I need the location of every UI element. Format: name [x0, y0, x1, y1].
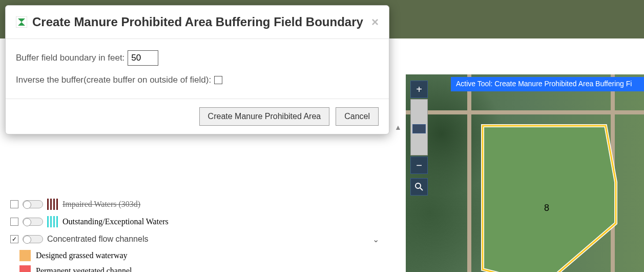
- layer-opacity-toggle[interactable]: [23, 200, 43, 208]
- buffer-dialog: Create Manure Prohibited Area Buffering …: [5, 5, 389, 134]
- svg-point-2: [416, 183, 421, 188]
- sublayer-row: Permanent vegetated channel: [10, 263, 389, 272]
- sublayer-row: Designed grassed waterway: [10, 248, 389, 263]
- layer-label: Outstanding/Exceptional Waters: [63, 217, 169, 226]
- layer-checkbox[interactable]: ✓: [10, 235, 18, 243]
- map-zoom-controls: + −: [410, 81, 428, 197]
- field-boundary-polygon[interactable]: [477, 121, 621, 272]
- dialog-title: Create Manure Prohibited Area Buffering …: [32, 15, 363, 29]
- layers-panel: Impaired Waters (303d) Outstanding/Excep…: [10, 198, 389, 272]
- inverse-buffer-checkbox[interactable]: [214, 76, 222, 84]
- layer-swatch: [47, 216, 58, 227]
- search-icon: [414, 182, 424, 191]
- dialog-footer: Create Manure Prohibited Area Cancel: [6, 99, 389, 134]
- active-tool-text: Active Tool: Create Manure Prohibited Ar…: [456, 80, 632, 88]
- buffer-distance-input[interactable]: [128, 50, 158, 66]
- close-icon[interactable]: ×: [371, 16, 379, 28]
- zoom-slider[interactable]: [410, 99, 428, 156]
- field-number-label: 8: [544, 203, 549, 213]
- sublayer-label: Permanent vegetated channel: [36, 266, 132, 272]
- layer-label: Concentrated flow channels: [47, 235, 148, 244]
- zoom-slider-handle[interactable]: [412, 124, 426, 133]
- minus-icon: −: [416, 160, 422, 171]
- cancel-button[interactable]: Cancel: [336, 107, 379, 126]
- map-road: [406, 110, 644, 114]
- layer-opacity-toggle[interactable]: [23, 218, 43, 226]
- svg-marker-0: [483, 126, 616, 272]
- svg-line-3: [420, 188, 423, 190]
- layer-opacity-toggle[interactable]: [23, 235, 43, 243]
- dialog-header: Create Manure Prohibited Area Buffering …: [6, 6, 389, 39]
- layer-row-impaired: Impaired Waters (303d): [10, 196, 389, 213]
- layer-swatch: [19, 265, 31, 272]
- buffer-distance-label: Buffer field boundary in feet:: [16, 53, 124, 63]
- layer-checkbox[interactable]: [10, 218, 18, 226]
- dialog-body: Buffer field boundary in feet: Inverse t…: [6, 39, 389, 99]
- app-logo-icon: [16, 16, 27, 28]
- inverse-buffer-label: Inverse the buffer(create buffer on outs…: [16, 75, 211, 85]
- map-search-button[interactable]: [410, 178, 428, 196]
- zoom-out-button[interactable]: −: [410, 157, 428, 174]
- plus-icon: +: [416, 84, 422, 95]
- create-area-button[interactable]: Create Manure Prohibited Area: [199, 107, 330, 126]
- layer-swatch: [19, 250, 31, 261]
- sublayer-label: Designed grassed waterway: [36, 251, 128, 260]
- zoom-in-button[interactable]: +: [410, 81, 428, 98]
- layer-row-outstanding: Outstanding/Exceptional Waters: [10, 213, 389, 230]
- active-tool-banner: Active Tool: Create Manure Prohibited Ar…: [451, 77, 644, 91]
- layer-row-concentrated: ✓ Concentrated flow channels ⌄: [10, 230, 389, 248]
- svg-rect-4: [16, 16, 27, 28]
- chevron-down-icon[interactable]: ⌄: [372, 235, 379, 244]
- layer-label: Impaired Waters (303d): [63, 200, 140, 209]
- panel-collapse-icon[interactable]: ▲: [394, 123, 402, 131]
- inverse-buffer-row: Inverse the buffer(create buffer on outs…: [16, 75, 379, 85]
- map-viewport[interactable]: 8: [406, 74, 644, 272]
- map-road: [467, 74, 471, 272]
- layer-swatch: [47, 199, 58, 210]
- buffer-distance-row: Buffer field boundary in feet:: [16, 50, 379, 66]
- layer-checkbox[interactable]: [10, 200, 18, 208]
